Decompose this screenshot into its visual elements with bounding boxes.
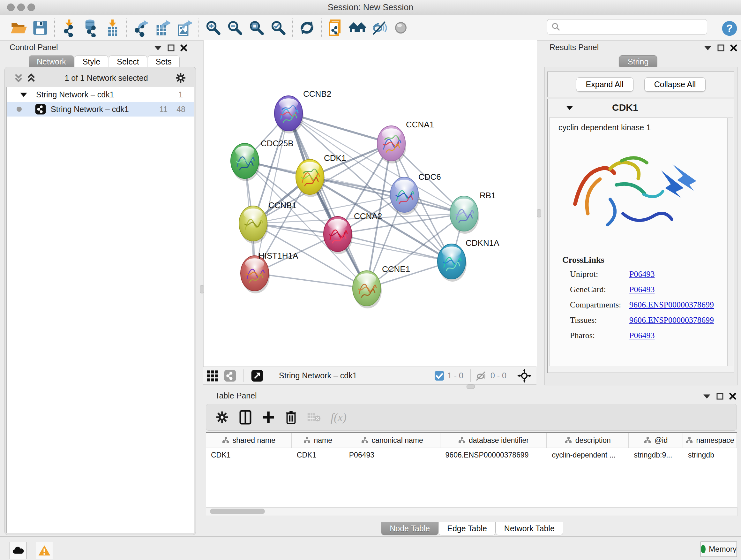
node-HIST1H1A[interactable] xyxy=(241,256,270,294)
gene-section-header[interactable]: CDK1 xyxy=(548,99,734,116)
node-CDKN1A[interactable] xyxy=(437,244,467,282)
node-CDC25B[interactable] xyxy=(231,143,260,181)
column-header-database-identifier[interactable]: database identifier xyxy=(441,433,547,448)
string-home-button[interactable] xyxy=(347,18,367,38)
node-RB1[interactable] xyxy=(450,196,479,234)
node-label-CCNB1: CCNB1 xyxy=(268,200,296,210)
network-selection-status: 1 of 1 Network selected xyxy=(38,73,175,83)
tab-network-table[interactable]: Network Table xyxy=(495,522,563,536)
crosslink-link[interactable]: P06493 xyxy=(629,331,655,340)
node-CCNE1[interactable] xyxy=(353,271,382,308)
export-table-button[interactable] xyxy=(153,18,173,38)
hidden-eye-icon[interactable] xyxy=(475,370,488,381)
table-row[interactable]: CDK1CDK1P064939606.ENSP00000378699cyclin… xyxy=(206,448,737,462)
table-header-row: shared namenamecanonical namedatabase id… xyxy=(206,433,737,448)
toolbar-separator xyxy=(199,18,199,37)
warning-button[interactable] xyxy=(36,542,53,559)
panel-float-icon[interactable] xyxy=(717,44,725,52)
share-view-button[interactable] xyxy=(222,366,238,386)
memory-button[interactable]: Memory xyxy=(700,542,737,557)
search-input[interactable] xyxy=(563,22,707,32)
zoom-selected-button[interactable] xyxy=(268,18,288,38)
column-header-description[interactable]: description xyxy=(547,433,629,448)
refresh-view-button[interactable] xyxy=(297,18,317,38)
panel-menu-icon[interactable] xyxy=(154,45,162,51)
tab-edge-table[interactable]: Edge Table xyxy=(439,522,495,536)
cloud-button[interactable] xyxy=(10,542,27,559)
tab-node-table[interactable]: Node Table xyxy=(381,522,439,536)
panel-close-icon[interactable] xyxy=(180,44,188,52)
import-table-button[interactable] xyxy=(103,18,122,38)
selected-checkbox-icon[interactable] xyxy=(434,370,445,381)
left-splitter-handle[interactable] xyxy=(200,285,204,294)
panel-close-icon[interactable] xyxy=(729,392,737,400)
table-scrollbar-thumb[interactable] xyxy=(210,509,265,514)
expand-all-networks-icon[interactable] xyxy=(12,71,25,84)
help-button[interactable]: ? xyxy=(720,18,739,38)
import-network-database-button[interactable] xyxy=(81,18,100,38)
open-in-browser-button[interactable] xyxy=(326,18,346,38)
collapse-all-button[interactable]: Collapse All xyxy=(644,77,706,91)
right-splitter-handle[interactable] xyxy=(537,209,541,217)
crosslink-link[interactable]: 9606.ENSP00000378699 xyxy=(629,315,714,325)
edge-CCNB2-CCNA1[interactable] xyxy=(288,113,391,143)
expand-all-button[interactable]: Expand All xyxy=(576,77,633,91)
glasses-button[interactable] xyxy=(369,18,389,38)
import-network-file-button[interactable] xyxy=(59,18,79,38)
node-CCNB1[interactable] xyxy=(239,206,268,244)
network-collection-row[interactable]: String Network – cdk1 1 xyxy=(7,87,194,102)
tab-sets[interactable]: Sets xyxy=(148,55,180,68)
collapse-all-networks-icon[interactable] xyxy=(25,71,38,84)
open-external-button[interactable] xyxy=(249,366,265,386)
network-view-title: String Network – cdk1 xyxy=(279,371,434,380)
export-network-button[interactable] xyxy=(131,18,151,38)
zoom-in-button[interactable] xyxy=(203,18,223,38)
node-CCNA1[interactable] xyxy=(377,126,406,164)
crosslink-label: Compartments: xyxy=(570,300,629,310)
section-collapse-triangle-icon[interactable] xyxy=(565,105,574,111)
tab-select[interactable]: Select xyxy=(109,55,147,68)
zoom-fit-button[interactable] xyxy=(247,18,266,38)
panel-close-icon[interactable] xyxy=(730,44,738,52)
import-network-file-icon xyxy=(61,19,77,37)
collapse-triangle-icon[interactable] xyxy=(19,91,28,98)
column-header-canonical-name[interactable]: canonical name xyxy=(344,433,441,448)
crosslink-link[interactable]: P06493 xyxy=(629,269,655,279)
column-header-name[interactable]: name xyxy=(292,433,344,448)
network-row-selected[interactable]: String Network – cdk1 11 48 xyxy=(7,102,194,117)
panel-float-icon[interactable] xyxy=(716,392,724,400)
open-session-button[interactable] xyxy=(9,18,28,38)
panel-float-icon[interactable] xyxy=(167,44,175,52)
eye-sphere-icon xyxy=(393,19,409,36)
panel-menu-icon[interactable] xyxy=(703,393,711,399)
results-scrollbar[interactable] xyxy=(728,118,733,366)
table-panel-title: Table Panel xyxy=(215,391,257,400)
crosslink-link[interactable]: 9606.ENSP00000378699 xyxy=(629,300,714,310)
birdseye-grid-button[interactable] xyxy=(204,366,220,386)
eye-sphere-button[interactable] xyxy=(391,18,411,38)
zoom-out-button[interactable] xyxy=(225,18,245,38)
export-image-icon xyxy=(176,19,193,37)
edge-CCNB2-HIST1H1A[interactable] xyxy=(255,113,288,273)
table-add-icon[interactable] xyxy=(262,410,275,425)
edge-CCNE1-HIST1H1A[interactable] xyxy=(255,273,367,288)
crosslink-link[interactable]: P06493 xyxy=(629,285,655,294)
table-delete-icon[interactable] xyxy=(285,410,297,425)
table-gear-icon[interactable] xyxy=(215,410,229,424)
tab-network[interactable]: Network xyxy=(29,55,74,68)
tab-string[interactable]: String xyxy=(619,55,657,68)
node-CCNB2[interactable] xyxy=(274,96,304,133)
panel-menu-icon[interactable] xyxy=(704,45,712,51)
network-canvas[interactable]: CCNB2 CCNA1 CDC25B CDK1 CDC6 RB1 CCNB1 C… xyxy=(203,40,537,367)
network-options-gear-icon[interactable] xyxy=(175,72,186,84)
table-columns-icon[interactable] xyxy=(239,410,252,425)
column-header-namespace[interactable]: namespace xyxy=(683,433,737,448)
save-session-button[interactable] xyxy=(30,18,50,38)
tab-style[interactable]: Style xyxy=(75,55,109,68)
fit-selected-crosshair-icon[interactable] xyxy=(517,369,531,383)
column-header-shared-name[interactable]: shared name xyxy=(206,433,292,448)
export-image-button[interactable] xyxy=(175,18,194,38)
column-header--id[interactable]: @id xyxy=(629,433,683,448)
node-CDK1[interactable] xyxy=(296,159,325,197)
edge-CCNB2-CCNE1[interactable] xyxy=(288,113,367,288)
